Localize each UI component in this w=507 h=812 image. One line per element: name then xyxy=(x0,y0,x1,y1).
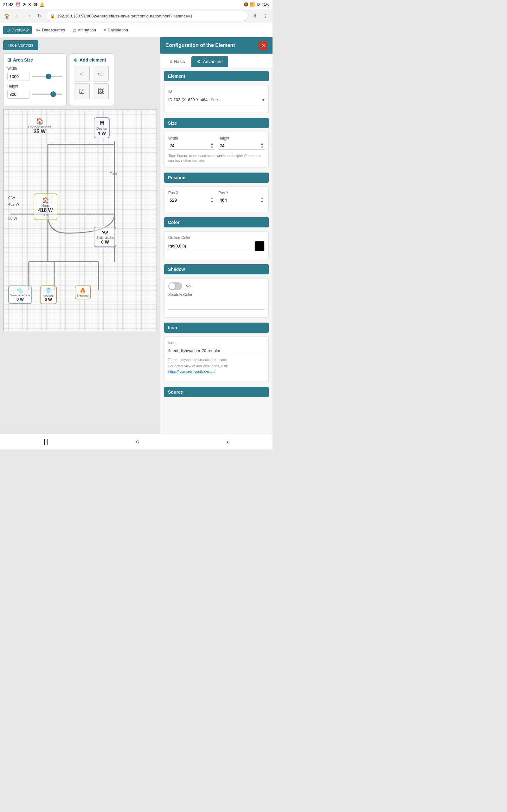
tab-count-button[interactable]: 8 xyxy=(250,11,259,20)
twitter-icon: ✕ xyxy=(28,2,32,7)
nav-overview[interactable]: ⊞ Overview xyxy=(3,26,32,34)
nav-back-button[interactable]: ‹ xyxy=(227,438,229,445)
nav-datasources[interactable]: 🏷 Datasources xyxy=(33,26,68,34)
datasources-icon: 🏷 xyxy=(36,28,40,32)
shadow-section: Shadow No Shadow-Color xyxy=(164,264,269,317)
width-field: Width xyxy=(7,66,62,81)
pos-y-input[interactable] xyxy=(218,196,260,204)
size-section: Size Width ▲ ▼ xyxy=(164,118,269,167)
width-slider-track[interactable] xyxy=(32,76,62,77)
element-design[interactable]: 🖥 Design 4 W xyxy=(94,117,110,138)
area-size-card: ⊞ Area Size Width Height xyxy=(3,53,66,106)
calculation-icon: ≡ xyxy=(104,28,106,32)
height-field: Height xyxy=(7,84,62,99)
color-swatch[interactable] xyxy=(255,241,265,251)
height-input[interactable] xyxy=(7,90,30,99)
shadow-color-input[interactable] xyxy=(168,298,265,310)
element-spulmaschine[interactable]: 🍽 Spülmasche 0 W xyxy=(94,227,116,247)
config-title: Configuration of the Element xyxy=(165,43,235,48)
refresh-button[interactable]: ↻ xyxy=(35,11,44,20)
width-input[interactable] xyxy=(7,72,30,81)
position-section: Position Pos X ▲ ▼ xyxy=(164,172,269,212)
animation-icon: ◎ xyxy=(72,28,76,32)
element-haus[interactable]: 🏠 Haus 418 W 51 W xyxy=(34,194,57,220)
height-slider-thumb[interactable] xyxy=(50,91,56,97)
size-width-stepper: ▲ ▼ xyxy=(210,142,215,149)
position-section-header: Position xyxy=(164,172,269,183)
icon-field: Icon fluent:dishwasher-20-regular Enter … xyxy=(168,341,265,374)
width-slider-thumb[interactable] xyxy=(46,73,51,79)
size-height-up[interactable]: ▲ xyxy=(260,142,265,146)
pos-x-down[interactable]: ▼ xyxy=(210,200,215,204)
element-trockner[interactable]: 👕 Trockner 0 W xyxy=(40,286,57,304)
icon-search-hint: Enter a keyword to search other icons xyxy=(168,357,265,362)
position-fields: Pos X ▲ ▼ Pos Y xyxy=(168,191,265,208)
pos-y-up[interactable]: ▲ xyxy=(260,196,265,200)
outline-color-input[interactable] xyxy=(168,242,251,250)
element-heizung[interactable]: 🔥 Heizung xyxy=(75,286,91,299)
source-section-header: Source xyxy=(164,387,269,397)
size-width-up[interactable]: ▲ xyxy=(210,142,215,146)
size-height-down[interactable]: ▼ xyxy=(260,146,265,149)
element-section: Element ID ID 103 (X: 629 Y: 464 - flue.… xyxy=(164,71,269,113)
nav-calculation[interactable]: ≡ Calculation xyxy=(101,26,131,34)
outline-color-field: Outline Color xyxy=(168,235,265,251)
config-close-button[interactable]: ✕ xyxy=(259,41,268,50)
url-text: 192.168.138.91:8082/energiefluss-erweite… xyxy=(57,14,192,18)
pos-x-up[interactable]: ▲ xyxy=(210,196,215,200)
element-dachgeschoss[interactable]: 🏠 Dachgeschoss 35 W xyxy=(28,117,51,135)
home-button[interactable]: 🏠 xyxy=(3,11,11,20)
status-bar-right: 🔕 📶 ⏱ 41% xyxy=(244,2,269,7)
color-input-row xyxy=(168,241,265,251)
height-slider-track[interactable] xyxy=(32,94,62,95)
element-section-header: Element xyxy=(164,71,269,81)
icon-section-content: Icon fluent:dishwasher-20-regular Enter … xyxy=(164,337,269,382)
add-image-button[interactable]: 🖼 xyxy=(93,84,109,99)
advanced-tab-label: Advanced xyxy=(203,59,222,64)
size-width-input-row: ▲ ▼ xyxy=(168,142,215,150)
overview-icon: ⊞ xyxy=(6,28,10,32)
back-button[interactable]: ← xyxy=(13,11,22,20)
size-width-down[interactable]: ▼ xyxy=(210,146,215,149)
shadow-toggle[interactable] xyxy=(168,282,182,290)
forward-button[interactable]: → xyxy=(24,11,33,20)
url-bar[interactable]: 🔒 192.168.138.91:8082/energiefluss-erwei… xyxy=(46,11,248,21)
app-nav: ⊞ Overview 🏷 Datasources ◎ Animation ≡ C… xyxy=(0,23,273,37)
element-text-label[interactable]: Text xyxy=(110,171,117,176)
nav-lines-button[interactable]: ||| xyxy=(44,438,49,445)
add-circle-button[interactable]: ○ xyxy=(74,66,90,82)
hide-controls-button[interactable]: Hide Controls xyxy=(3,40,38,50)
size-width-field: Width ▲ ▼ xyxy=(168,136,215,150)
shadow-section-header: Shadow xyxy=(164,264,269,274)
icon-label: Icon xyxy=(168,341,265,345)
pos-x-input[interactable] xyxy=(168,196,210,204)
config-header: Configuration of the Element ✕ xyxy=(160,37,273,54)
size-height-input[interactable] xyxy=(218,142,260,149)
add-rectangle-button[interactable]: ▭ xyxy=(93,66,109,82)
config-tabs: ≡ Basic ⚙ Advanced xyxy=(160,54,273,67)
watt-50w: 50 W xyxy=(8,216,17,221)
tab-advanced[interactable]: ⚙ Advanced xyxy=(191,56,228,67)
size-width-input[interactable] xyxy=(168,142,210,149)
nav-animation[interactable]: ◎ Animation xyxy=(69,26,99,34)
tab-basic[interactable]: ≡ Basic xyxy=(164,56,190,67)
alarm-icon: ⏰ xyxy=(15,2,20,7)
pos-x-stepper: ▲ ▼ xyxy=(210,196,215,204)
watt-462w: 462 W xyxy=(8,201,19,206)
size-height-input-row: ▲ ▼ xyxy=(218,142,265,150)
id-select-row[interactable]: ID 103 (X: 629 Y: 464 - flue... ▾ xyxy=(168,95,265,105)
browser-toolbar: 🏠 ← → ↻ 🔒 192.168.138.91:8082/energieflu… xyxy=(0,9,273,23)
add-list-button[interactable]: ☑ xyxy=(74,84,90,99)
config-panel: Configuration of the Element ✕ ≡ Basic ⚙… xyxy=(160,37,273,434)
pos-y-down[interactable]: ▼ xyxy=(260,200,265,204)
canvas-area[interactable]: 🏠 Dachgeschoss 35 W 🖥 Design 4 W Text 0 … xyxy=(3,109,157,331)
size-section-header: Size xyxy=(164,118,269,128)
menu-button[interactable]: ⋮ xyxy=(261,11,270,20)
iconify-link[interactable]: https://icon-sets.iconify.design/ xyxy=(168,369,216,373)
id-dropdown-arrow[interactable]: ▾ xyxy=(262,97,265,103)
color-section-content: Outline Color xyxy=(164,231,269,259)
nav-home-button[interactable]: ○ xyxy=(135,438,139,445)
pos-x-input-row: ▲ ▼ xyxy=(168,196,215,204)
element-waschmaschine[interactable]: 🫧 Waschmashine 0 W xyxy=(8,286,32,304)
watt-0w: 0 W xyxy=(8,195,15,200)
